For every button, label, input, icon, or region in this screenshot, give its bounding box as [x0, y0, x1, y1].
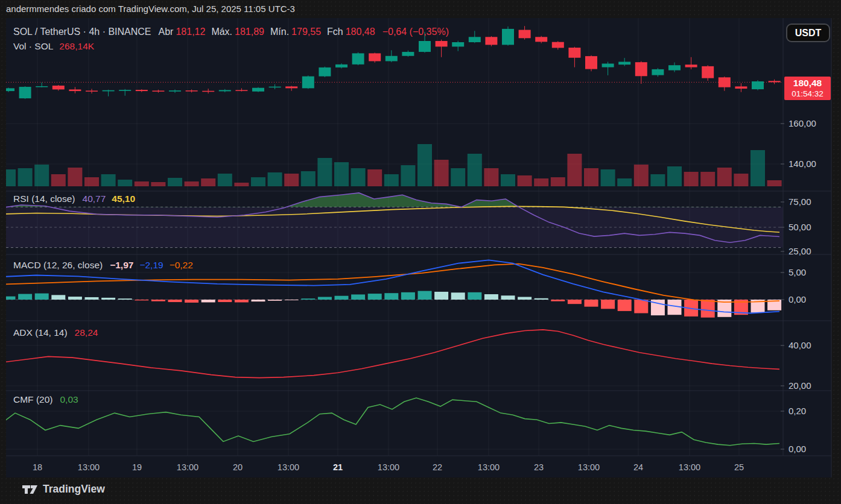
time-axis-label: 25 [734, 462, 744, 473]
adx-legend[interactable]: ADX (14, 14) 28,24 [13, 327, 98, 338]
time-axis-label: 13:00 [177, 462, 198, 473]
volume-legend[interactable]: Vol · SOL 268,14K [13, 41, 94, 52]
time-axis-label: 19 [132, 462, 142, 473]
time-axis-label: 13:00 [78, 462, 100, 473]
axis-label: 0,00 [789, 294, 831, 305]
time-axis-label: 13:00 [278, 462, 299, 473]
attribution-text: andermmendes criado com TradingView.com,… [6, 4, 295, 14]
cmf-title[interactable]: CMF (20) [13, 394, 52, 405]
time-axis-label: 23 [534, 462, 544, 473]
macd-signal-value: −0,22 [170, 260, 193, 271]
time-axis-label: 18 [33, 462, 42, 473]
axis-label: 5,00 [789, 267, 831, 278]
open-value: 181,12 [176, 27, 205, 37]
axis-label: 75,00 [789, 197, 831, 207]
close-label: Fch [327, 27, 343, 37]
axis-label: 140,00 [789, 159, 831, 169]
macd-legend[interactable]: MACD (12, 26, close) −1,97 −2,19 −0,22 [13, 260, 193, 271]
attribution-bar: andermmendes criado com TradingView.com,… [0, 0, 841, 18]
axis-label: 160,00 [789, 118, 831, 129]
symbol-title[interactable]: SOL / TetherUS · 4h · BINANCE [13, 27, 151, 37]
change-value: −0,64 (−0,35%) [382, 27, 449, 37]
axis-label: 40,00 [789, 340, 831, 351]
cmf-legend[interactable]: CMF (20) 0,03 [13, 394, 78, 405]
time-axis-label: 13:00 [378, 462, 399, 473]
close-value: 180,48 [346, 27, 375, 37]
adx-value: 28,24 [75, 327, 98, 338]
axis-label: 20,00 [789, 380, 831, 391]
tradingview-logo[interactable]: TradingView [22, 483, 105, 496]
axis-label: 0,20 [789, 406, 831, 417]
time-axis-label: 13:00 [679, 462, 700, 473]
time-axis-label: 21 [333, 462, 343, 473]
rsi-value: 40,77 [83, 194, 106, 204]
symbol-legend[interactable]: SOL / TetherUS · 4h · BINANCE Abr 181,12… [13, 27, 449, 37]
time-axis-label: 13:00 [578, 462, 600, 473]
volume-value: 268,14K [59, 41, 94, 52]
axis-label: 0,00 [789, 444, 831, 455]
axis-label: 25,00 [789, 246, 831, 257]
low-value: 179,55 [291, 27, 321, 37]
time-axis-label: 22 [433, 462, 442, 473]
high-label: Máx. [211, 27, 232, 37]
rsi-title[interactable]: RSI (14, close) [13, 194, 75, 204]
tradingview-logo-text: TradingView [43, 483, 105, 496]
candle-countdown: 01:54:32 [784, 89, 831, 99]
rsi-ma-value: 45,10 [112, 194, 135, 204]
cmf-value: 0,03 [60, 394, 78, 405]
macd-title[interactable]: MACD (12, 26, close) [13, 260, 103, 271]
adx-title[interactable]: ADX (14, 14) [13, 327, 68, 338]
currency-toggle-label: USDT [795, 28, 822, 38]
time-axis-label: 13:00 [478, 462, 500, 473]
low-label: Mín. [270, 27, 289, 37]
macd-hist-value: −1,97 [110, 260, 133, 271]
tradingview-logo-icon [22, 484, 38, 496]
last-price-value: 180,48 [784, 77, 831, 89]
high-value: 181,89 [235, 27, 264, 37]
axis-label: 50,00 [789, 222, 831, 233]
time-axis-label: 20 [233, 462, 243, 473]
volume-label: Vol · SOL [13, 41, 53, 52]
currency-toggle-button[interactable]: USDT [786, 24, 830, 42]
time-axis-label: 24 [633, 462, 643, 473]
open-label: Abr [159, 27, 174, 37]
rsi-legend[interactable]: RSI (14, close) 40,77 45,10 [13, 194, 135, 204]
last-price-badge[interactable]: 180,48 01:54:32 [784, 77, 831, 100]
chart-canvas[interactable] [0, 0, 841, 504]
macd-line-value: −2,19 [139, 260, 163, 271]
tradingview-chart-export: andermmendes criado com TradingView.com,… [0, 0, 841, 504]
